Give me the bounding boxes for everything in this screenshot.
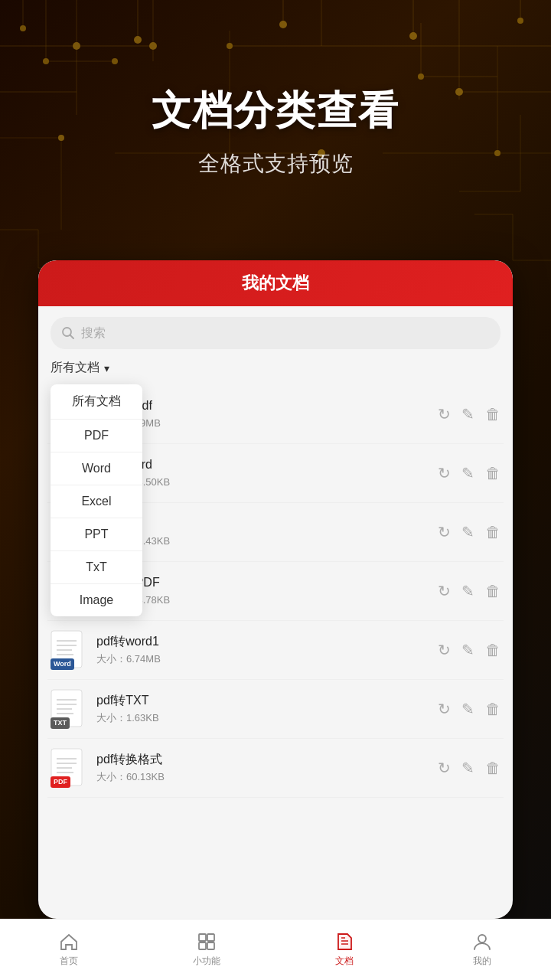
filter-row: 所有文档 ▾ 所有文档 PDF Word Excel PPT TxT Image [38,357,513,382]
file-icon-wrap: PDF [51,748,87,788]
file-badge-pdf: PDF [51,776,70,788]
nav-item-tools[interactable]: 小功能 [138,932,276,968]
svg-point-18 [43,58,49,64]
nav-item-docs[interactable]: 文档 [276,932,413,968]
user-icon [472,932,492,952]
dropdown-item-image[interactable]: Image [51,584,142,616]
file-info: pdf转word1 大小：6.74MB [96,634,429,666]
file-name: pdf转TXT [96,693,429,709]
file-info: word转pdf 大小：1.49MB [96,398,429,430]
file-item[interactable]: Word pdf转word1 大小：6.74MB ↻ ✎ 🗑 [47,621,504,680]
refresh-icon[interactable]: ↻ [438,523,451,541]
edit-icon[interactable]: ✎ [461,700,474,718]
dropdown-item-word[interactable]: Word [51,452,142,485]
file-actions: ↻ ✎ 🗑 [438,759,500,777]
dropdown-item-ppt[interactable]: PPT [51,518,142,551]
bottom-nav: 首页 小功能 文档 我的 [0,919,551,980]
edit-icon[interactable]: ✎ [461,759,474,777]
svg-rect-70 [207,934,214,941]
svg-line-33 [70,335,74,339]
svg-point-13 [149,42,157,50]
refresh-icon[interactable]: ↻ [438,700,451,718]
file-actions: ↻ ✎ 🗑 [438,405,500,423]
main-card: 我的文档 搜索 所有文档 ▾ 所有文档 PDF Word Excel PPT T… [38,260,513,919]
delete-icon[interactable]: 🗑 [485,524,500,541]
filter-label[interactable]: 所有文档 [51,360,99,376]
nav-item-home[interactable]: 首页 [0,932,138,968]
card-header-title: 我的文档 [242,272,309,295]
file-item[interactable]: PDF pdf转换格式 大小：60.13KB ↻ ✎ 🗑 [47,739,504,798]
svg-rect-71 [199,942,206,949]
file-info: pdf转TXT 大小：1.63KB [96,693,429,725]
delete-icon[interactable]: 🗑 [485,406,500,423]
search-icon [61,326,75,340]
refresh-icon[interactable]: ↻ [438,464,451,482]
svg-point-29 [517,18,523,24]
dropdown-item-pdf[interactable]: PDF [51,420,142,452]
file-name: pdf转word1 [96,634,429,650]
nav-label-tools: 小功能 [193,955,220,968]
dropdown-item-excel[interactable]: Excel [51,485,142,518]
tools-icon [197,932,217,952]
svg-rect-69 [199,934,206,941]
file-size: 大小：108.78KB [96,593,429,607]
delete-icon[interactable]: 🗑 [485,583,500,600]
svg-point-23 [134,36,142,44]
file-name: word转pdf [96,398,429,414]
delete-icon[interactable]: 🗑 [485,642,500,659]
search-bar[interactable]: 搜索 [51,317,500,349]
file-size: 大小：362.43KB [96,534,429,548]
file-badge-txt: TXT [51,717,70,729]
hero-subtitle: 全格式支持预览 [0,149,551,178]
file-actions: ↻ ✎ 🗑 [438,641,500,659]
edit-icon[interactable]: ✎ [461,464,474,482]
nav-label-me: 我的 [473,955,491,968]
filter-dropdown: 所有文档 PDF Word Excel PPT TxT Image [51,384,142,616]
dropdown-item-txt[interactable]: TxT [51,551,142,584]
file-badge-word: Word [51,658,74,670]
delete-icon[interactable]: 🗑 [485,465,500,482]
refresh-icon[interactable]: ↻ [438,405,451,423]
file-actions: ↻ ✎ 🗑 [438,582,500,600]
refresh-icon[interactable]: ↻ [438,641,451,659]
refresh-icon[interactable]: ↻ [438,759,451,777]
edit-icon[interactable]: ✎ [461,523,474,541]
svg-point-25 [279,21,287,28]
file-actions: ↻ ✎ 🗑 [438,700,500,718]
filter-arrow-icon[interactable]: ▾ [104,362,109,374]
docs-icon [334,932,354,952]
nav-item-me[interactable]: 我的 [413,932,551,968]
file-icon-wrap: TXT [51,689,87,729]
card-header: 我的文档 [38,260,513,306]
delete-icon[interactable]: 🗑 [485,701,500,718]
file-name: pdf转换 [96,516,429,532]
file-name: pdf转换格式 [96,752,429,768]
file-size: 大小：353.50KB [96,475,429,489]
file-info: pdf转换 大小：362.43KB [96,516,429,548]
edit-icon[interactable]: ✎ [461,582,474,600]
svg-point-19 [112,58,118,64]
file-info: word转PDF 大小：108.78KB [96,575,429,607]
delete-icon[interactable]: 🗑 [485,760,500,777]
file-size: 大小：60.13KB [96,770,429,784]
file-item[interactable]: TXT pdf转TXT 大小：1.63KB ↻ ✎ 🗑 [47,680,504,739]
dropdown-item-all[interactable]: 所有文档 [51,384,142,420]
svg-point-14 [227,43,233,49]
file-size: 大小：1.49MB [96,416,429,430]
edit-icon[interactable]: ✎ [461,641,474,659]
file-size: 大小：1.63KB [96,711,429,725]
file-info: pdf转换格式 大小：60.13KB [96,752,429,784]
refresh-icon[interactable]: ↻ [438,582,451,600]
file-name: word转PDF [96,575,429,591]
file-name: pdf转word [96,457,429,473]
hero-title: 文档分类查看 [0,84,551,138]
svg-point-76 [478,935,486,942]
svg-point-31 [20,25,26,31]
file-size: 大小：6.74MB [96,652,429,666]
nav-label-home: 首页 [60,955,78,968]
svg-point-20 [418,74,424,80]
home-icon [59,932,79,952]
svg-point-12 [73,42,80,50]
edit-icon[interactable]: ✎ [461,405,474,423]
svg-point-27 [409,32,417,40]
